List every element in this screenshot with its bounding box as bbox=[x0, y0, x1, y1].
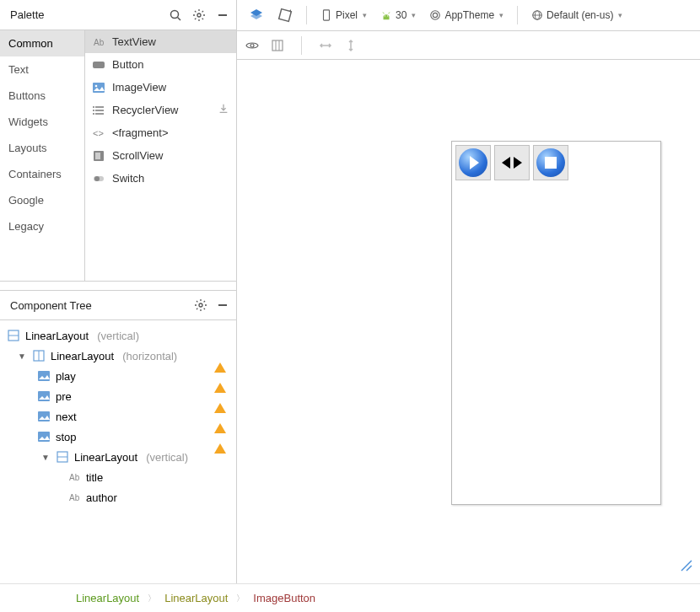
design-surface-icon[interactable] bbox=[244, 5, 269, 25]
breadcrumb-item[interactable]: LinearLayout bbox=[76, 592, 139, 604]
palette-category-containers[interactable]: Containers bbox=[0, 161, 84, 187]
svg-rect-5 bbox=[93, 62, 105, 68]
tree-node-linearlayout-v2[interactable]: ▼ LinearLayout (vertical) bbox=[3, 447, 233, 467]
warning-icon[interactable] bbox=[214, 370, 226, 383]
chevron-right-icon: 〉 bbox=[236, 593, 245, 604]
svg-rect-26 bbox=[38, 371, 50, 381]
svg-line-39 bbox=[389, 13, 390, 14]
fragment-icon: <> bbox=[92, 126, 105, 140]
theme-selector[interactable]: AppTheme ▾ bbox=[424, 7, 509, 24]
svg-line-50 bbox=[687, 566, 692, 571]
palette-category-buttons[interactable]: Buttons bbox=[0, 83, 84, 109]
svg-point-12 bbox=[93, 110, 94, 111]
svg-line-38 bbox=[383, 13, 384, 14]
svg-point-19 bbox=[94, 176, 100, 181]
design-toolbar: Pixel ▾ 30 ▾ AppTheme ▾ Default (en-us) … bbox=[237, 0, 700, 31]
palette-category-layouts[interactable]: Layouts bbox=[0, 135, 84, 161]
download-icon[interactable] bbox=[218, 103, 229, 117]
breadcrumb-item[interactable]: LinearLayout bbox=[164, 592, 228, 604]
tree-node-label: stop bbox=[56, 431, 77, 443]
palette-item-textview[interactable]: Ab TextView bbox=[85, 30, 236, 53]
image-icon bbox=[37, 410, 51, 423]
gear-icon[interactable] bbox=[194, 298, 207, 312]
chevron-down-icon: ▾ bbox=[618, 11, 622, 19]
palette-item-label: ScrollView bbox=[112, 149, 163, 162]
warning-icon[interactable] bbox=[214, 350, 226, 362]
device-selector[interactable]: Pixel ▾ bbox=[315, 7, 372, 24]
breadcrumb-item[interactable]: ImageButton bbox=[253, 592, 315, 604]
tree-node-label: next bbox=[56, 411, 77, 423]
layout-horizontal-icon bbox=[32, 349, 46, 362]
palette-category-text[interactable]: Text bbox=[0, 56, 84, 83]
resize-handle-icon[interactable] bbox=[676, 556, 693, 575]
tree-node-suffix: (vertical) bbox=[97, 330, 139, 342]
component-tree-header: Component Tree bbox=[0, 290, 236, 320]
palette-item-label: ImageView bbox=[112, 81, 166, 94]
arrows-vertical-icon[interactable] bbox=[344, 39, 358, 52]
palette-category-common[interactable]: Common bbox=[0, 30, 84, 56]
tree-node-suffix: (vertical) bbox=[146, 451, 188, 464]
palette-item-label: RecyclerView bbox=[112, 104, 179, 116]
svg-text:<>: <> bbox=[93, 128, 104, 138]
layout-vertical-icon bbox=[56, 450, 69, 464]
svg-point-2 bbox=[197, 13, 201, 17]
expand-toggle[interactable]: ▼ bbox=[40, 453, 51, 462]
switch-icon bbox=[92, 172, 105, 185]
preview-stop-button[interactable] bbox=[533, 145, 568, 180]
preview-play-button[interactable] bbox=[455, 145, 491, 180]
warning-icon[interactable] bbox=[214, 431, 226, 443]
search-icon[interactable] bbox=[169, 8, 182, 22]
orientation-icon[interactable] bbox=[272, 5, 298, 25]
tree-node-linearlayout-root[interactable]: LinearLayout (vertical) bbox=[3, 325, 233, 346]
component-tree[interactable]: LinearLayout (vertical) ▼ LinearLayout (… bbox=[0, 320, 236, 583]
expand-toggle[interactable]: ▼ bbox=[17, 352, 27, 361]
tree-node-author[interactable]: Ab author bbox=[3, 487, 233, 507]
svg-point-0 bbox=[171, 10, 179, 18]
theme-label: AppTheme bbox=[444, 9, 494, 21]
palette-category-google[interactable]: Google bbox=[0, 187, 84, 213]
palette-title: Palette bbox=[10, 8, 169, 21]
svg-line-1 bbox=[178, 17, 181, 20]
palette-item-recyclerview[interactable]: RecyclerView bbox=[85, 99, 236, 121]
palette-item-label: Button bbox=[112, 58, 144, 71]
palette-item-switch[interactable]: Switch bbox=[85, 167, 236, 190]
tree-node-label: LinearLayout bbox=[74, 451, 137, 464]
palette-category-legacy[interactable]: Legacy bbox=[0, 213, 84, 239]
device-preview[interactable] bbox=[451, 141, 661, 505]
api-selector[interactable]: 30 ▾ bbox=[375, 7, 421, 24]
design-canvas[interactable] bbox=[237, 60, 700, 583]
tree-node-play[interactable]: play bbox=[3, 366, 233, 386]
gear-icon[interactable] bbox=[192, 8, 206, 22]
svg-rect-17 bbox=[95, 153, 100, 159]
palette-item-scrollview[interactable]: ScrollView bbox=[85, 144, 236, 167]
preview-prev-next-button[interactable] bbox=[494, 145, 530, 180]
warning-icon[interactable] bbox=[214, 390, 226, 403]
tree-node-next[interactable]: next bbox=[3, 406, 233, 427]
eye-icon[interactable] bbox=[245, 39, 259, 52]
svg-text:Ab: Ab bbox=[69, 473, 80, 482]
svg-rect-28 bbox=[38, 411, 50, 421]
tree-node-stop[interactable]: stop bbox=[3, 427, 233, 447]
tree-node-title[interactable]: Ab title bbox=[3, 467, 233, 487]
svg-rect-35 bbox=[324, 10, 330, 20]
breadcrumb: LinearLayout 〉 LinearLayout 〉 ImageButto… bbox=[0, 583, 700, 612]
palette-item-label: TextView bbox=[112, 35, 156, 48]
tree-node-suffix: (horizontal) bbox=[122, 350, 177, 362]
minimize-icon[interactable] bbox=[216, 298, 229, 312]
palette-category-widgets[interactable]: Widgets bbox=[0, 109, 84, 135]
locale-selector[interactable]: Default (en-us) ▾ bbox=[526, 7, 627, 24]
palette-item-button[interactable]: Button bbox=[85, 53, 236, 76]
palette-item-imageview[interactable]: ImageView bbox=[85, 76, 236, 99]
chevron-down-icon: ▾ bbox=[412, 11, 416, 19]
arrows-horizontal-icon[interactable] bbox=[319, 39, 332, 52]
warning-icon[interactable] bbox=[214, 411, 226, 423]
tree-node-label: LinearLayout bbox=[25, 330, 89, 342]
tree-node-pre[interactable]: pre bbox=[3, 386, 233, 406]
svg-rect-29 bbox=[38, 432, 50, 442]
tree-node-linearlayout-h[interactable]: ▼ LinearLayout (horizontal) bbox=[3, 346, 233, 366]
palette-item-fragment[interactable]: <> <fragment> bbox=[85, 121, 236, 144]
svg-point-7 bbox=[95, 84, 98, 87]
layout-vertical-icon bbox=[7, 329, 20, 342]
minimize-icon[interactable] bbox=[216, 8, 229, 22]
grid-icon[interactable] bbox=[271, 39, 284, 52]
